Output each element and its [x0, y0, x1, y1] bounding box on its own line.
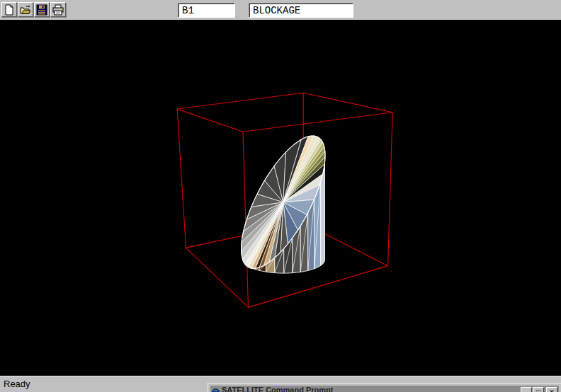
cube-edge: [303, 93, 392, 112]
cube-edge: [388, 113, 393, 266]
satellite-titlebar[interactable]: SATELLITE Command Prompt _ □ ✕: [210, 386, 559, 392]
open-button[interactable]: [18, 2, 33, 17]
object-type-field[interactable]: [249, 3, 353, 18]
cube-edge: [177, 93, 303, 109]
new-button[interactable]: [1, 2, 17, 17]
save-button[interactable]: [34, 2, 50, 17]
minimize-button[interactable]: _: [521, 387, 532, 392]
titlebar-buttons: _ □ ✕: [520, 387, 557, 392]
print-icon: [52, 4, 64, 16]
app-window: { "toolbar": { "buttons": [ {"id": "new"…: [0, 0, 561, 392]
viewport-3d[interactable]: [0, 20, 561, 376]
save-floppy-icon: [36, 4, 47, 16]
maximize-button[interactable]: □: [533, 387, 544, 392]
close-button[interactable]: ✕: [546, 387, 557, 392]
new-document-icon: [4, 4, 15, 16]
print-button[interactable]: [50, 2, 66, 17]
object-name-field[interactable]: [178, 3, 235, 18]
satellite-window-title: SATELLITE Command Prompt: [222, 386, 333, 392]
toolbar: [0, 0, 561, 20]
cube-edge: [177, 109, 186, 248]
cube-edge: [243, 113, 392, 132]
cube-edge: [186, 248, 248, 307]
open-folder-icon: [20, 4, 31, 16]
status-text: Ready: [4, 379, 30, 389]
globe-icon: [212, 386, 220, 392]
cube-edge: [177, 109, 243, 132]
scene-canvas: [0, 20, 561, 376]
satellite-window[interactable]: SATELLITE Command Prompt _ □ ✕: [208, 383, 561, 392]
